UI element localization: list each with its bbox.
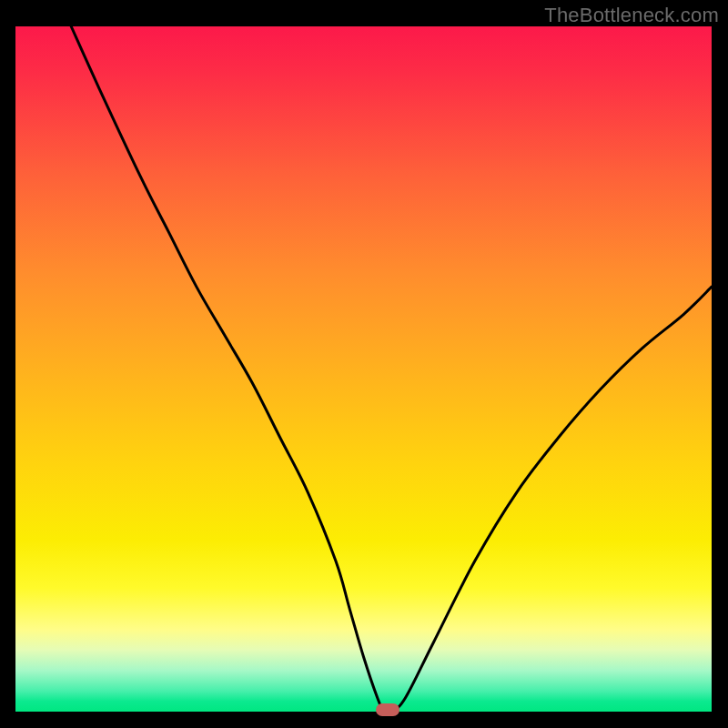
plot-area (15, 26, 712, 712)
bottleneck-curve (15, 26, 712, 712)
bottleneck-marker (376, 703, 399, 716)
chart-frame: TheBottleneck.com (0, 0, 728, 728)
watermark-text: TheBottleneck.com (544, 4, 719, 27)
plot-outer (15, 26, 712, 712)
